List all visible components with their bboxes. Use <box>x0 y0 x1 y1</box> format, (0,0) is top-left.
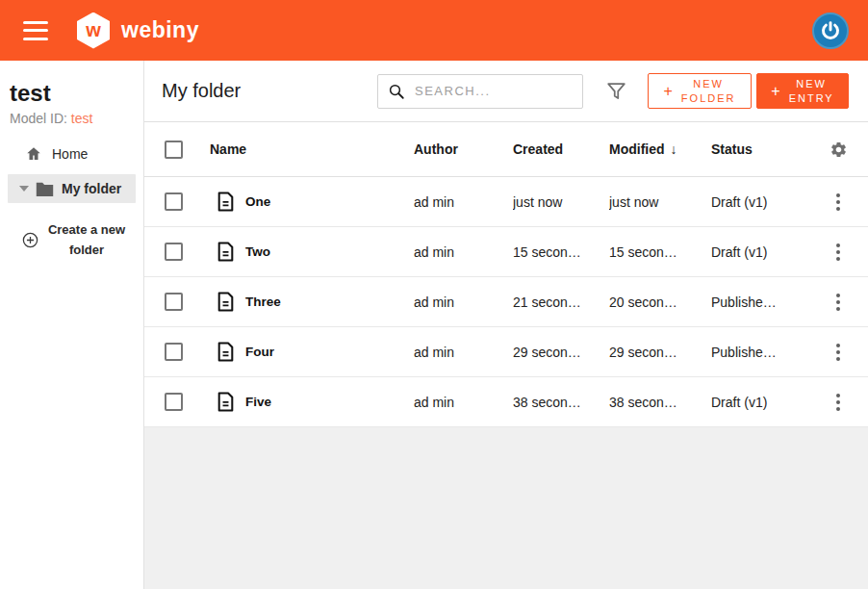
row-checkbox[interactable] <box>165 293 183 311</box>
entry-modified: just now <box>609 194 711 210</box>
webiny-logo[interactable]: w webiny <box>77 13 199 49</box>
plus-icon: + <box>664 81 673 102</box>
model-id-link[interactable]: test <box>71 111 93 126</box>
search-input[interactable] <box>415 84 559 98</box>
entry-author: ad min <box>414 345 513 360</box>
kebab-menu-icon[interactable] <box>832 338 844 366</box>
table-row[interactable]: Two ad min 15 secon… 15 secon… Draft (v1… <box>144 227 868 277</box>
add-circle-icon <box>21 231 39 249</box>
document-icon <box>217 192 234 212</box>
entry-author: ad min <box>414 395 513 410</box>
chevron-down-icon[interactable] <box>19 186 29 192</box>
kebab-menu-icon[interactable] <box>832 238 844 266</box>
column-header-author[interactable]: Author <box>414 141 513 157</box>
model-id: Model ID: test <box>0 107 143 126</box>
entry-author: ad min <box>414 294 513 310</box>
entry-modified: 15 secon… <box>609 244 711 260</box>
model-title: test <box>0 80 143 107</box>
sidebar-item-home[interactable]: Home <box>0 132 143 172</box>
document-icon <box>217 242 234 262</box>
entry-name[interactable]: Four <box>245 345 274 359</box>
table-row[interactable]: Three ad min 21 secon… 20 secon… Publish… <box>144 277 868 327</box>
hamburger-menu-icon[interactable] <box>23 21 48 40</box>
empty-area <box>144 427 868 589</box>
entry-status: Publishe… <box>711 345 808 360</box>
entry-author: ad min <box>414 244 513 260</box>
webiny-wordmark: webiny <box>121 17 199 43</box>
sidebar: test Model ID: test Home My folder <box>0 61 144 589</box>
entry-name[interactable]: Two <box>245 244 270 259</box>
model-id-label: Model ID: <box>10 111 71 126</box>
row-checkbox[interactable] <box>165 243 183 261</box>
entry-status: Draft (v1) <box>711 194 808 210</box>
entry-created: just now <box>513 194 609 210</box>
filter-button[interactable] <box>606 82 626 101</box>
entry-name[interactable]: Three <box>245 294 281 309</box>
column-header-name[interactable]: Name <box>202 141 414 157</box>
row-checkbox[interactable] <box>165 393 183 411</box>
folder-icon <box>36 181 54 196</box>
webiny-hexagon-badge: w <box>77 13 110 49</box>
document-icon <box>217 392 234 412</box>
create-folder-label: Create a new folder <box>45 220 128 261</box>
sort-desc-icon: ↓ <box>671 141 677 157</box>
document-icon <box>217 342 234 362</box>
row-checkbox[interactable] <box>165 192 183 211</box>
select-all-checkbox[interactable] <box>165 141 183 159</box>
sidebar-folder-label: My folder <box>62 181 121 196</box>
table-row[interactable]: One ad min just now just now Draft (v1) <box>144 177 868 227</box>
sidebar-item-my-folder[interactable]: My folder <box>8 174 136 203</box>
entry-name[interactable]: One <box>245 194 270 209</box>
entry-created: 15 secon… <box>513 244 609 260</box>
kebab-menu-icon[interactable] <box>832 388 844 416</box>
entry-modified: 20 secon… <box>609 294 711 310</box>
top-app-bar: w webiny <box>0 0 868 61</box>
search-box[interactable] <box>377 74 583 109</box>
sidebar-home-label: Home <box>52 146 88 162</box>
entry-modified: 38 secon… <box>609 395 711 410</box>
user-avatar[interactable] <box>812 13 849 49</box>
column-header-status[interactable]: Status <box>711 141 808 157</box>
table-settings-gear-icon[interactable] <box>830 141 848 159</box>
column-header-created[interactable]: Created <box>513 141 609 157</box>
table-row[interactable]: Four ad min 29 secon… 29 secon… Publishe… <box>144 327 868 377</box>
main-content: My folder + <box>144 61 868 589</box>
entry-created: 29 secon… <box>513 345 609 360</box>
power-icon <box>820 20 841 41</box>
new-entry-button[interactable]: + NEW ENTRY <box>756 73 849 109</box>
create-new-folder-button[interactable]: Create a new folder <box>0 205 143 261</box>
entry-name[interactable]: Five <box>245 395 271 409</box>
new-folder-button[interactable]: + NEW FOLDER <box>648 73 752 109</box>
entry-status: Draft (v1) <box>711 244 808 260</box>
kebab-menu-icon[interactable] <box>832 188 844 216</box>
row-checkbox[interactable] <box>165 343 183 361</box>
search-icon <box>388 83 405 100</box>
kebab-menu-icon[interactable] <box>832 288 844 316</box>
entry-modified: 29 secon… <box>609 345 711 360</box>
entry-created: 21 secon… <box>513 294 609 310</box>
column-header-modified[interactable]: Modified↓ <box>609 141 711 157</box>
home-icon <box>25 145 42 163</box>
content-header: My folder + <box>144 61 868 122</box>
entry-created: 38 secon… <box>513 395 609 410</box>
new-entry-label: NEW ENTRY <box>789 77 834 106</box>
entry-author: ad min <box>414 194 513 210</box>
table-row[interactable]: Five ad min 38 secon… 38 secon… Draft (v… <box>144 377 868 427</box>
webiny-cms-window: w webiny test Model ID: test <box>0 0 868 589</box>
document-icon <box>217 292 234 312</box>
plus-icon: + <box>771 81 779 102</box>
new-folder-label: NEW FOLDER <box>681 77 736 106</box>
table-header: Name Author Created Modified↓ Status <box>144 122 868 177</box>
entry-status: Draft (v1) <box>711 395 808 410</box>
page-title: My folder <box>162 80 241 102</box>
entry-status: Publishe… <box>711 294 808 310</box>
